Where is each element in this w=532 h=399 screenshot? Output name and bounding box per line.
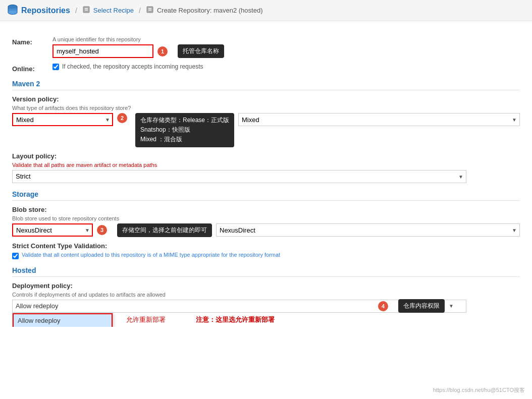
deployment-policy-hint: Controls if deployments of and updates t… [12,292,520,298]
hosted-heading: Hosted [12,266,520,277]
name-hint: A unique identifier for this repository [52,36,520,42]
strict-content-checkbox[interactable] [12,253,19,259]
name-field-container: A unique identifier for this repository … [52,36,520,58]
blob-store-label: Blob store: [12,206,520,213]
strict-content-label: Strict Content Type Validation: [12,242,520,250]
online-row: Online: If checked, the repository accep… [12,63,520,73]
step-badge-4: 4 [378,301,388,311]
strict-content-hint: Validate that all content uploaded to th… [22,252,280,258]
strict-content-section: Strict Content Type Validation: Validate… [12,242,520,259]
online-checkbox-row: If checked, the repository accepts incom… [52,63,520,70]
dropdown-annotations: 允许重新部署 注意：这里选允许重新部署 不允许重新部署 只读 [118,313,275,327]
storage-heading: Storage [12,190,520,201]
allow-annotation-text: 允许重新部署 [126,315,166,324]
blob-store-tooltip: 存储空间，选择之前创建的即可 [117,223,212,237]
step-badge-1: 1 [157,46,168,56]
maven2-heading: Maven 2 [12,80,520,90]
online-checkbox[interactable] [52,64,59,70]
blob-store-select-full[interactable]: NexusDirect [216,223,520,237]
breadcrumb-sep-1: / [75,7,77,15]
main-content: Name: A unique identifier for this repos… [0,21,532,327]
version-policy-label: Version policy: [12,95,520,103]
repositories-icon [7,4,18,17]
deployment-dropdown-arrow-icon: ▼ [449,303,454,309]
layout-policy-select[interactable]: Strict Permissive [12,170,466,183]
blob-store-select-small[interactable]: NexusDirect default [12,223,93,237]
svg-rect-1 [83,7,89,13]
layout-policy-hint: Validate that all paths are maven artifa… [12,162,520,168]
page-title: Repositories [21,6,70,15]
breadcrumb-current: Create Repository: maven2 (hosted) [157,7,263,14]
deployment-policy-tooltip: 仓库内容权限 [398,299,445,313]
strict-content-checkbox-row: Validate that all content uploaded to th… [12,252,520,259]
online-field-container: If checked, the repository accepts incom… [52,63,520,70]
layout-policy-section: Layout policy: Validate that all paths a… [12,152,520,183]
online-hint: If checked, the repository accepts incom… [62,63,203,70]
allow-note-text: 注意：这里选允许重新部署 [196,315,275,324]
name-row: Name: A unique identifier for this repos… [12,36,520,58]
version-policy-hint: What type of artifacts does this reposit… [12,105,520,111]
annotation-allow: 允许重新部署 注意：这里选允许重新部署 [118,313,275,327]
create-repo-icon [146,6,154,15]
page-header: Repositories / Select Recipe / Create Re… [0,0,532,21]
version-policy-tooltip: 仓库存储类型：Release：正式版 Snatshop：快照版 Mixed ：混… [135,113,234,147]
deployment-policy-value: Allow redeploy [16,302,59,310]
name-input[interactable] [52,44,153,58]
breadcrumb-sep-2: / [139,7,141,15]
deployment-policy-label: Deployment policy: [12,282,520,290]
version-policy-select[interactable]: Release Snapshot Mixed [12,113,113,126]
deployment-policy-section: Deployment policy: Controls if deploymen… [12,282,520,313]
svg-rect-4 [147,7,153,13]
deployment-policy-dropdown[interactable]: Allow redeploy 4 仓库内容权限 ▼ [12,300,466,313]
recipe-icon [82,6,90,15]
deployment-policy-menu: Allow redeploy Disable redeploy Read-onl… [12,313,113,327]
version-policy-select-full[interactable]: Mixed [238,113,520,126]
blob-store-hint: Blob store used to store repository cont… [12,215,520,221]
deployment-option-allow[interactable]: Allow redeploy [13,313,113,327]
step-badge-2: 2 [117,113,127,123]
step-badge-3: 3 [97,225,107,235]
blob-store-section: Blob store: Blob store used to store rep… [12,206,520,237]
name-tooltip: 托管仓库名称 [178,44,224,58]
layout-policy-label: Layout policy: [12,152,520,160]
name-label: Name: [12,36,52,46]
version-policy-section: Version policy: What type of artifacts d… [12,95,520,147]
deployment-allow-label: Allow redeploy [18,317,61,324]
breadcrumb-select-recipe[interactable]: Select Recipe [93,7,134,14]
online-label: Online: [12,63,52,73]
